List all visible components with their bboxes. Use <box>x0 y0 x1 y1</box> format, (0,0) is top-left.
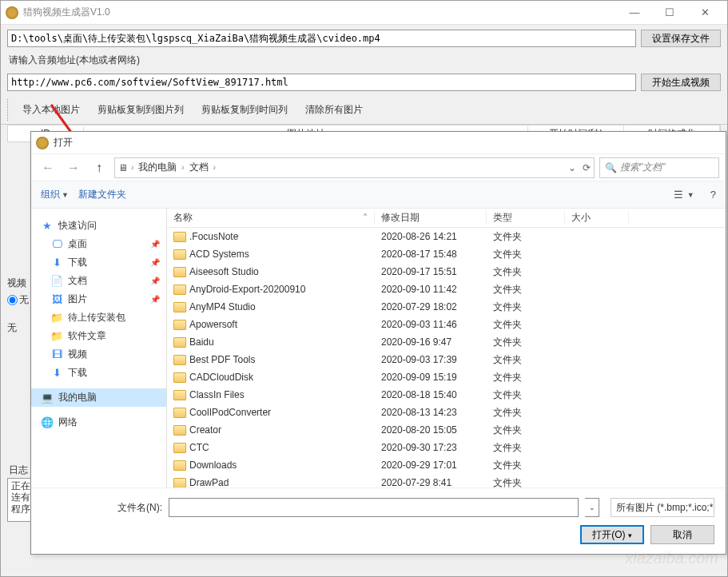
folder-icon <box>173 372 186 383</box>
file-name: AnyDroid-Export-20200910 <box>189 284 305 295</box>
paste-to-image-col-button[interactable]: 剪贴板复制到图片列 <box>89 99 193 121</box>
crumb-documents[interactable]: 文档 <box>188 161 210 174</box>
sidebar-item-software-articles[interactable]: 📁软件文章 <box>31 327 166 345</box>
file-row[interactable]: Aiseesoft Studio2020-09-17 15:51文件夹 <box>167 263 726 281</box>
sidebar-item-pictures[interactable]: 🖼图片📌 <box>31 290 166 308</box>
col-type[interactable]: 类型 <box>487 211 565 225</box>
file-row[interactable]: .FocusNote2020-08-26 14:21文件夹 <box>167 228 726 245</box>
sidebar-item-downloads2[interactable]: ⬇下载 <box>31 364 166 382</box>
folder-icon <box>173 355 186 365</box>
pin-icon: 📌 <box>150 277 160 285</box>
file-type-filter[interactable]: 所有图片 (*.bmp;*.ico;*. <box>611 498 714 517</box>
file-row[interactable]: CTC2020-09-30 17:23文件夹 <box>167 439 726 456</box>
organize-button[interactable]: 组织▼ <box>41 188 69 201</box>
col-size[interactable]: 大小 <box>565 211 629 225</box>
minimize-button[interactable]: — <box>617 2 652 24</box>
new-folder-button[interactable]: 新建文件夹 <box>78 188 126 201</box>
file-date: 2020-09-10 11:42 <box>375 284 487 295</box>
set-save-button[interactable]: 设置保存文件 <box>641 30 721 47</box>
file-date: 2020-09-03 17:39 <box>375 354 487 365</box>
file-row[interactable]: CoolIPodConverter2020-08-13 14:23文件夹 <box>167 404 726 421</box>
file-type: 文件夹 <box>487 336 565 349</box>
crumb-pc[interactable]: 我的电脑 <box>137 161 178 174</box>
file-type: 文件夹 <box>487 441 565 455</box>
file-row[interactable]: CADCloudDisk2020-09-09 15:19文件夹 <box>167 368 726 386</box>
clear-all-images-button[interactable]: 清除所有图片 <box>296 99 372 121</box>
file-row[interactable]: Best PDF Tools2020-09-03 17:39文件夹 <box>167 351 726 368</box>
folder-icon <box>173 302 186 312</box>
view-mode-button[interactable]: ☰▼ <box>674 189 694 201</box>
file-date: 2020-09-17 15:51 <box>375 266 487 277</box>
folder-icon <box>173 285 186 295</box>
sidebar-item-desktop[interactable]: 🖵桌面📌 <box>31 235 166 253</box>
paste-to-time-col-button[interactable]: 剪贴板复制到时间列 <box>193 99 296 121</box>
file-name: ClassIn Files <box>189 389 245 400</box>
start-generate-button[interactable]: 开始生成视频 <box>641 74 721 91</box>
sidebar-item-quick-access[interactable]: ★快速访问 <box>31 217 166 235</box>
app-icon <box>6 6 18 19</box>
file-date: 2020-08-17 15:48 <box>375 249 487 260</box>
star-icon: ★ <box>41 220 54 233</box>
up-button[interactable]: ↑ <box>89 157 109 178</box>
help-button[interactable]: ? <box>710 189 716 201</box>
breadcrumb[interactable]: 🖥 › 我的电脑 › 文档 › ⌄ ⟳ <box>114 157 595 178</box>
video-path-input[interactable] <box>7 30 636 47</box>
search-input[interactable]: 🔍 搜索"文档" <box>599 157 719 178</box>
close-button[interactable]: ✕ <box>687 2 722 24</box>
file-date: 2020-08-20 15:05 <box>375 424 487 436</box>
file-row[interactable]: Apowersoft2020-09-03 11:46文件夹 <box>167 316 726 333</box>
forward-button[interactable]: → <box>63 157 84 178</box>
toolbar-grip <box>7 99 10 121</box>
file-row[interactable]: ClassIn Files2020-08-18 15:40文件夹 <box>167 386 726 404</box>
folder-icon <box>173 320 186 330</box>
file-row[interactable]: AnyDroid-Export-202009102020-09-10 11:42… <box>167 281 726 298</box>
file-name: CADCloudDisk <box>189 372 253 383</box>
sidebar-item-video[interactable]: 🎞视频 <box>31 345 166 364</box>
sidebar-item-my-pc[interactable]: 💻我的电脑 <box>31 388 166 407</box>
file-row[interactable]: AnyMP4 Studio2020-07-29 18:02文件夹 <box>167 298 726 316</box>
file-date: 2020-09-03 11:46 <box>375 319 487 330</box>
file-row[interactable]: Downloads2020-09-29 17:01文件夹 <box>167 456 726 474</box>
dialog-nav: ← → ↑ 🖥 › 我的电脑 › 文档 › ⌄ ⟳ 🔍 搜索"文档" <box>31 154 726 181</box>
cancel-button[interactable]: 取消 <box>650 525 714 544</box>
sidebar-item-network[interactable]: 🌐网络 <box>31 413 166 432</box>
file-row[interactable]: ACD Systems2020-08-17 15:48文件夹 <box>167 245 726 263</box>
search-icon: 🔍 <box>605 162 617 173</box>
file-date: 2020-08-18 15:40 <box>375 389 487 400</box>
pc-icon: 🖥 <box>118 162 128 173</box>
file-name: ACD Systems <box>189 249 249 260</box>
refresh-icon[interactable]: ⟳ <box>583 162 591 173</box>
open-button[interactable]: 打开(O) ▾ <box>580 525 644 544</box>
dialog-app-icon <box>36 137 49 149</box>
radio-none-input[interactable] <box>7 295 18 305</box>
back-button[interactable]: ← <box>38 157 58 178</box>
file-row[interactable]: Baidu2020-09-16 9:47文件夹 <box>167 333 726 351</box>
radio-none[interactable]: 无 <box>7 293 30 307</box>
filename-dropdown-button[interactable]: ⌄ <box>585 498 599 517</box>
network-icon: 🌐 <box>41 416 54 429</box>
maximize-button[interactable]: ☐ <box>652 2 687 24</box>
file-type: 文件夹 <box>487 388 565 402</box>
audio-url-input[interactable] <box>7 74 636 91</box>
file-row[interactable]: Creator2020-08-20 15:05文件夹 <box>167 421 726 439</box>
file-name: .FocusNote <box>189 231 238 242</box>
sidebar-item-pending-upload[interactable]: 📁待上传安装包 <box>31 308 166 327</box>
col-date[interactable]: 修改日期 <box>375 211 487 225</box>
file-type: 文件夹 <box>487 300 565 314</box>
sidebar-item-downloads[interactable]: ⬇下载📌 <box>31 253 166 272</box>
import-local-image-button[interactable]: 导入本地图片 <box>14 99 89 121</box>
file-list[interactable]: 名称˄ 修改日期 类型 大小 .FocusNote2020-08-26 14:2… <box>167 209 726 487</box>
file-row[interactable]: DrawPad2020-07-29 8:41文件夹 <box>167 474 726 487</box>
pin-icon: 📌 <box>150 258 160 267</box>
dropdown-icon[interactable]: ⌄ <box>568 162 576 173</box>
file-type: 文件夹 <box>487 230 565 244</box>
sidebar-item-documents[interactable]: 📄文档📌 <box>31 272 166 290</box>
col-name[interactable]: 名称˄ <box>167 211 375 225</box>
left-panel: 视频 无 无 <box>7 277 30 338</box>
file-type: 文件夹 <box>487 371 565 384</box>
chevron-right-icon: › <box>131 163 133 172</box>
folder-icon <box>173 232 186 242</box>
file-name: Baidu <box>189 336 214 348</box>
dialog-title: 打开 <box>54 136 73 149</box>
filename-input[interactable] <box>169 498 579 517</box>
